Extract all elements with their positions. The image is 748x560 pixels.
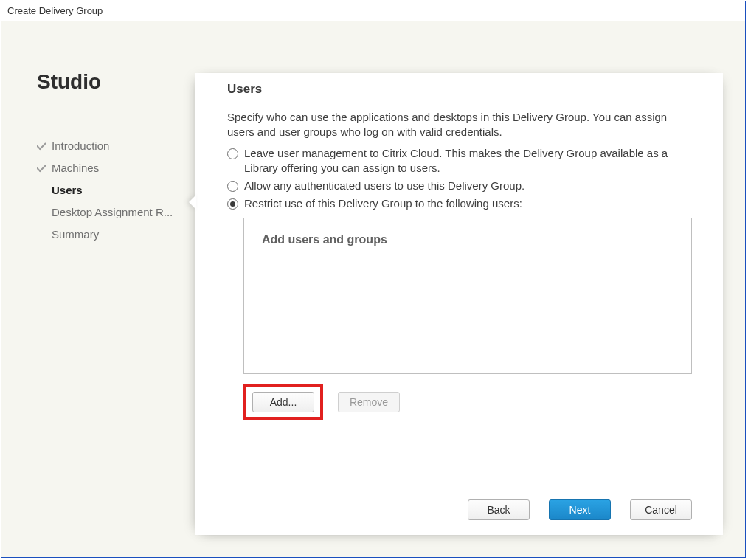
nav-item-label: Users [52,184,83,196]
add-button[interactable]: Add... [252,392,314,412]
nav-item-label: Machines [52,162,99,174]
remove-button: Remove [338,392,400,412]
next-button[interactable]: Next [549,499,611,520]
nav-item-label: Desktop Assignment R... [52,206,173,218]
panel-content: Users Specify who can use the applicatio… [227,82,692,520]
radio-icon[interactable] [227,198,238,210]
main-panel: Users Specify who can use the applicatio… [195,73,723,535]
wizard-nav: Introduction Machines Users Desktop Assi… [37,135,195,246]
page-title: Users [227,82,692,97]
radio-icon[interactable] [227,181,238,192]
option-restrict-users[interactable]: Restrict use of this Delivery Group to t… [227,196,692,211]
sidebar-title: Studio [37,70,195,94]
page-description: Specify who can use the applications and… [227,110,692,140]
client-area: Studio Introduction Machines Users Deskt… [1,21,745,557]
nav-item-users[interactable]: Users [37,179,184,201]
nav-item-introduction[interactable]: Introduction [37,135,184,157]
dialog-window: Create Delivery Group Studio Introductio… [1,1,746,558]
panel-arrow-icon [189,195,196,210]
radio-icon[interactable] [227,148,238,159]
radio-label: Restrict use of this Delivery Group to t… [244,196,522,211]
wizard-footer: Back Next Cancel [468,499,692,520]
nav-item-desktop-assignment[interactable]: Desktop Assignment R... [37,201,184,224]
highlight-annotation: Add... [243,384,323,420]
nav-item-machines[interactable]: Machines [37,157,184,179]
option-any-authenticated[interactable]: Allow any authenticated users to use thi… [227,179,692,193]
list-button-row: Add... Remove [243,384,692,420]
cancel-button[interactable]: Cancel [630,499,692,520]
back-button[interactable]: Back [468,499,530,520]
window-title: Create Delivery Group [1,1,745,21]
radio-label: Allow any authenticated users to use thi… [244,179,524,193]
option-citrix-cloud[interactable]: Leave user management to Citrix Cloud. T… [227,146,692,176]
nav-item-label: Introduction [52,139,109,152]
users-listbox[interactable]: Add users and groups [243,218,692,374]
radio-label: Leave user management to Citrix Cloud. T… [244,146,692,176]
listbox-placeholder: Add users and groups [262,233,673,246]
nav-item-summary[interactable]: Summary [37,224,184,246]
nav-item-label: Summary [52,228,99,241]
sidebar: Studio Introduction Machines Users Deskt… [1,21,195,557]
